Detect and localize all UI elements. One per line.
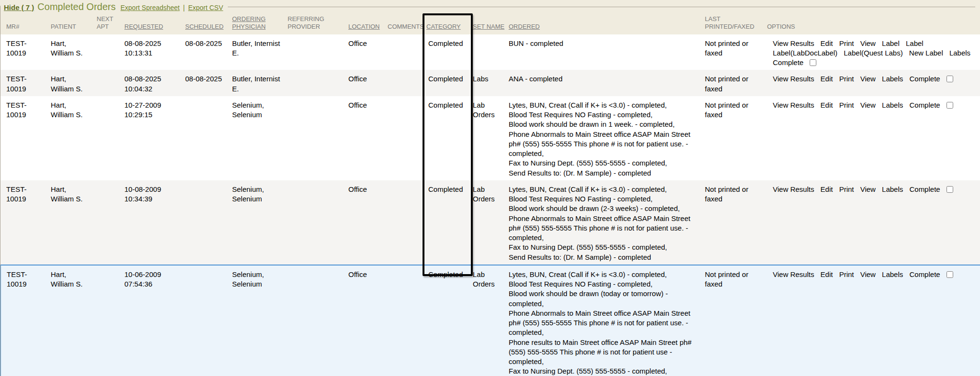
option-complete[interactable]: Complete [909,270,940,278]
cell-requested: 10-27-2009 10:29:15 [123,96,184,180]
order-row: TEST-10019Hart, William S.08-08-2025 10:… [0,34,980,70]
cell-ordering-physician: Butler, Internist E. [231,34,287,70]
cell-last-printed-faxed: Not printed or faxed [704,70,766,96]
cell-patient: Hart, William S. [50,265,96,376]
cell-ordered: BUN - completed [508,34,704,70]
completed-orders-panel: Hide ( 7 ) Completed Orders Export Sprea… [0,0,980,376]
option-view-results[interactable]: View Results [773,39,814,47]
cell-patient: Hart, William S. [50,34,96,70]
option-edit[interactable]: Edit [821,39,833,47]
column-header-category[interactable]: CATEGORY [425,14,472,34]
option-complete[interactable]: Complete [773,58,803,66]
export-csv-link[interactable]: Export CSV [188,4,223,11]
cell-ordered: ANA - completed [508,70,704,96]
option-view-results[interactable]: View Results [773,75,814,83]
option-edit[interactable]: Edit [821,101,833,109]
option-labels[interactable]: Labels [882,75,903,83]
complete-checkbox[interactable] [947,271,953,278]
option-labels[interactable]: Labels [882,270,903,278]
option-view[interactable]: View [860,39,876,47]
option-label-labdoclabel[interactable]: Label(LabDocLabel) [773,49,837,57]
cell-scheduled [184,265,231,376]
link-separator: | [183,4,185,11]
cell-referring-provider [287,34,347,70]
column-header-ordered[interactable]: ORDERED [508,14,704,34]
cell-category: Completed [425,265,472,376]
complete-checkbox[interactable] [947,76,953,82]
cell-last-printed-faxed: Not printed or faxed [704,34,766,70]
cell-ordering-physician: Selenium, Selenium [231,265,287,376]
cell-next-apt [96,70,123,96]
cell-scheduled [184,96,231,180]
cell-next-apt [96,96,123,180]
complete-checkbox[interactable] [810,59,816,66]
column-header-location[interactable]: LOCATION [347,14,387,34]
option-print[interactable]: Print [839,101,854,109]
option-view-results[interactable]: View Results [773,270,814,278]
column-header-comments: COMMENTS [387,14,425,34]
option-label[interactable]: Label [906,39,924,47]
option-labels[interactable]: Labels [882,185,903,193]
cell-ordered: Lytes, BUN, Creat (Call if K+ is <3.0) -… [508,180,704,265]
cell-options: View Results Edit Print View Labels Comp… [766,96,980,180]
table-header-row: MR#PATIENTNEXT APTREQUESTEDSCHEDULEDORDE… [0,14,980,34]
column-header-referring-provider: REFERRING PROVIDER [287,14,347,34]
option-edit[interactable]: Edit [821,185,833,193]
page-title: Completed Orders [37,1,115,12]
hide-link[interactable]: Hide ( 7 ) [4,3,34,11]
order-row: TEST-10019Hart, William S.10-27-2009 10:… [0,96,980,180]
cell-scheduled: 08-08-2025 [184,70,231,96]
option-labels[interactable]: Labels [882,101,903,109]
cell-referring-provider [287,70,347,96]
cell-mr: TEST-10019 [0,265,50,376]
option-complete[interactable]: Complete [909,75,940,83]
cell-options: View Results Edit Print View Labels Comp… [766,70,980,96]
cell-ordering-physician: Selenium, Selenium [231,96,287,180]
export-spreadsheet-link[interactable]: Export Spreadsheet [121,4,180,11]
option-labels[interactable]: Labels [949,49,970,57]
column-header-set-name[interactable]: SET NAME [472,14,508,34]
column-header-last-printed-faxed: LAST PRINTED/FAXED [704,14,766,34]
option-complete[interactable]: Complete [909,101,940,109]
column-header-scheduled[interactable]: SCHEDULED [184,14,231,34]
option-print[interactable]: Print [839,185,854,193]
cell-requested: 08-08-2025 10:04:32 [123,70,184,96]
option-label-quest-labs[interactable]: Label(Quest Labs) [844,49,902,57]
complete-checkbox[interactable] [947,102,953,109]
cell-set-name: Labs [472,70,508,96]
cell-referring-provider [287,265,347,376]
cell-location: Office [347,70,387,96]
option-view[interactable]: View [860,75,876,83]
option-view-results[interactable]: View Results [773,101,814,109]
cell-patient: Hart, William S. [50,96,96,180]
option-complete[interactable]: Complete [909,185,940,193]
option-view[interactable]: View [860,270,876,278]
cell-last-printed-faxed: Not printed or faxed [704,96,766,180]
cell-ordered: Lytes, BUN, Creat (Call if K+ is <3.0) -… [508,96,704,180]
cell-comments [387,34,425,70]
column-header-ordering-physician[interactable]: ORDERING PHYSICIAN [231,14,287,34]
option-edit[interactable]: Edit [821,75,833,83]
option-edit[interactable]: Edit [821,270,833,278]
cell-scheduled: 08-08-2025 [184,34,231,70]
option-label[interactable]: Label [882,39,900,47]
column-header-patient: PATIENT [50,14,96,34]
column-header-requested[interactable]: REQUESTED [123,14,184,34]
cell-set-name: Lab Orders [472,96,508,180]
option-new-label[interactable]: New Label [909,49,943,57]
option-print[interactable]: Print [839,75,854,83]
cell-category: Completed [425,34,472,70]
option-view-results[interactable]: View Results [773,185,814,193]
cell-next-apt [96,265,123,376]
option-print[interactable]: Print [839,270,854,278]
complete-checkbox[interactable] [947,186,953,193]
cell-set-name [472,34,508,70]
option-view[interactable]: View [860,101,876,109]
completed-orders-table: MR#PATIENTNEXT APTREQUESTEDSCHEDULEDORDE… [0,14,980,376]
option-view[interactable]: View [860,185,876,193]
cell-referring-provider [287,96,347,180]
cell-scheduled [184,180,231,265]
cell-requested: 10-06-2009 07:54:36 [123,265,184,376]
panel-header: Hide ( 7 ) Completed Orders Export Sprea… [0,0,980,14]
option-print[interactable]: Print [839,39,854,47]
